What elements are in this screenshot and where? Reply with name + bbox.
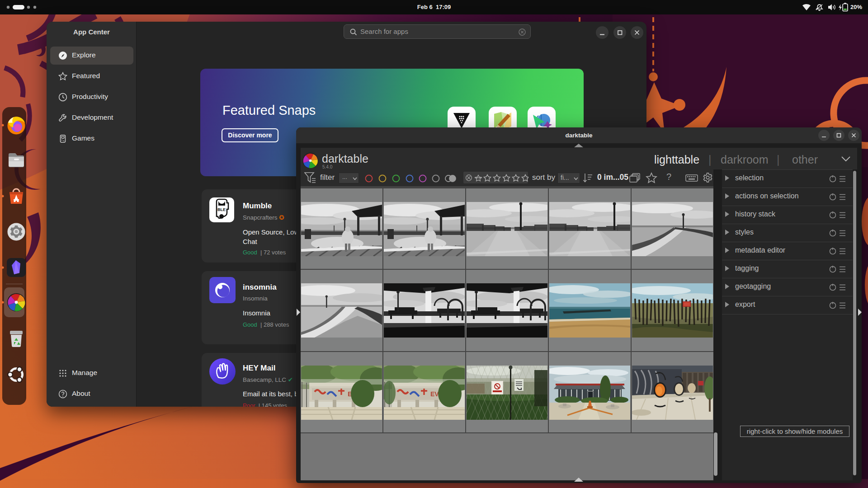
svg-text:EV: EV: [430, 390, 439, 398]
svg-text:BLE: BLE: [217, 207, 226, 212]
